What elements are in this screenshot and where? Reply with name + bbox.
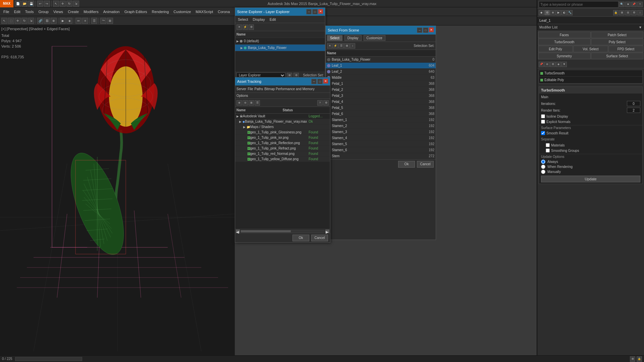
menu-group[interactable]: Group — [36, 9, 51, 14]
rp-make-unique-icon[interactable]: ◈ — [556, 62, 561, 67]
obj-row[interactable]: Stamen_5 192 — [326, 141, 436, 147]
menu-views[interactable]: Views — [51, 9, 65, 14]
tab-customize[interactable]: Customize — [364, 35, 385, 41]
tab-select[interactable]: Select — [327, 35, 342, 41]
obj-row[interactable]: Leaf_1 604 — [326, 63, 436, 69]
faces-button[interactable]: Faces — [538, 32, 591, 38]
toolbar-layers-icon[interactable]: ☰ — [91, 18, 97, 24]
save-icon[interactable]: 💾 — [28, 1, 34, 7]
at-menu-file[interactable]: File — [248, 87, 253, 91]
obj-row[interactable]: Petal_6 368 — [326, 111, 436, 117]
toolbar-material-icon[interactable]: ◈ — [66, 18, 72, 24]
ts-smoothing-groups-checkbox[interactable] — [546, 148, 550, 153]
menu-animation[interactable]: Animation — [101, 9, 122, 14]
sfs-close-button[interactable]: ✕ — [429, 27, 434, 32]
at-cancel-button[interactable]: Cancel — [311, 235, 328, 241]
obj-row[interactable]: Petal_2 368 — [326, 87, 436, 93]
rp-configure-mod-icon[interactable]: ⚙ — [550, 62, 555, 67]
toolbar-select-icon[interactable]: ↖ — [1, 18, 7, 24]
rp-create-icon[interactable]: ◆ — [539, 10, 544, 15]
menu-graph-editors[interactable]: Graph Editors — [122, 9, 149, 14]
se-maximize-button[interactable]: □ — [312, 9, 318, 14]
obj-row[interactable]: Stamen_6 192 — [326, 147, 436, 153]
rp-expand-icon[interactable]: ⊞ — [619, 10, 625, 15]
ts-always-radio[interactable] — [541, 160, 545, 164]
rp-utilities-icon[interactable]: 🔧 — [567, 10, 573, 15]
rp-remove-mod-icon[interactable]: ⊖ — [544, 62, 550, 67]
ts-smooth-result-checkbox[interactable] — [541, 131, 545, 135]
at-add-icon[interactable]: ⊕ — [236, 100, 242, 106]
toolbar-align-icon[interactable]: ≡ — [82, 18, 88, 24]
at-list-icon[interactable]: ☰ — [255, 100, 260, 106]
at-help-icon[interactable]: ? — [317, 100, 323, 106]
at-maximize-button[interactable]: □ — [317, 79, 323, 84]
at-menu-options[interactable]: Options — [236, 94, 248, 98]
new-icon[interactable]: 📄 — [15, 1, 21, 7]
toolbar-scale-icon[interactable]: ⇲ — [28, 18, 34, 24]
asset-row[interactable]: 🖼 geo_1_Tulip_yellow_Diffuse.png Found — [235, 157, 330, 162]
viewport[interactable]: [+] [Perspective] [Shaded + Edged Faces]… — [0, 25, 235, 355]
menu-file[interactable]: File — [1, 9, 11, 14]
sfs-grid-icon[interactable]: ⊞ — [344, 43, 350, 49]
toolbar-render-icon[interactable]: ▶ — [60, 18, 66, 24]
obj-row[interactable]: Petal_1 368 — [326, 81, 436, 87]
at-remove-icon[interactable]: ⊖ — [243, 100, 248, 106]
obj-row[interactable]: Petal_3 368 — [326, 93, 436, 99]
redo-icon[interactable]: ↪ — [44, 1, 50, 7]
sfs-maximize-button[interactable]: □ — [423, 27, 428, 33]
surface-select-button[interactable]: Surface Select — [591, 53, 644, 59]
at-minimize-button[interactable]: ─ — [311, 79, 317, 84]
obj-row[interactable]: Leaf_2 640 — [326, 69, 436, 75]
stack-item-editable-poly[interactable]: Editable Poly — [539, 77, 642, 83]
ts-manually-radio[interactable] — [541, 170, 545, 174]
obj-row[interactable]: Middle 63 — [326, 75, 436, 81]
fpd-select-button[interactable]: FPD Select — [608, 46, 643, 52]
at-scroll-right-icon[interactable]: ▶ — [325, 230, 329, 233]
tab-display[interactable]: Display — [344, 35, 362, 41]
move-icon[interactable]: ✛ — [60, 1, 66, 7]
ts-materials-checkbox[interactable] — [546, 143, 550, 147]
select-icon[interactable]: ↖ — [53, 1, 59, 7]
rp-motion-icon[interactable]: ▶ — [556, 10, 561, 15]
ts-explicit-normals-checkbox[interactable] — [541, 120, 545, 124]
obj-row[interactable]: Stamen_2 192 — [326, 123, 436, 129]
asset-row[interactable]: 🖼 geo_1_Tulip_pink_Refract.png Found — [235, 146, 330, 151]
asset-row[interactable]: ▶ ◆ Banja_Luka_Tulip_Flower_max_vray.max… — [235, 119, 330, 124]
se-close-button[interactable]: ✕ — [318, 9, 323, 14]
symmetry-button[interactable]: Symmetry — [538, 53, 591, 59]
at-menu-paths[interactable]: Paths — [255, 87, 263, 91]
open-icon[interactable]: 📂 — [21, 1, 28, 7]
ts-when-rendering-radio[interactable] — [541, 165, 545, 169]
asset-row[interactable]: 🖼 geo_1_Tulip_pink_Reflection.png Found — [235, 140, 330, 146]
asset-row[interactable]: 🖼 geo_1_Tulip_pink_ior.png Found — [235, 135, 330, 140]
at-scrollbar[interactable]: ◀ ▶ — [235, 229, 330, 233]
sfs-close-x-icon[interactable]: ✕ — [327, 43, 332, 49]
rp-pin-icon[interactable]: 📌 — [631, 2, 637, 7]
toolbar-link-icon[interactable]: 🔗 — [37, 18, 43, 24]
at-settings-icon[interactable]: ⚙ — [323, 100, 329, 106]
patch-select-button[interactable]: Patch Select — [591, 32, 644, 38]
toolbar-bind-icon[interactable]: ⊕ — [51, 18, 57, 24]
rp-collapse-arrow[interactable]: ▼ — [639, 25, 642, 29]
rp-pin-active-icon[interactable]: 📌 — [539, 62, 544, 67]
rp-lock-icon[interactable]: 🔒 — [613, 10, 619, 15]
rp-scroll-icon[interactable]: ↕ — [637, 10, 643, 15]
scale-icon[interactable]: ⇲ — [73, 1, 79, 7]
rp-help-icon[interactable]: ? — [637, 2, 643, 7]
poly-select-button[interactable]: Poly Select — [591, 39, 644, 45]
status-lock-icon[interactable]: 🔒 — [637, 356, 642, 362]
menu-modifiers[interactable]: Modifiers — [82, 9, 101, 14]
rp-collapse-icon[interactable]: ⊟ — [625, 10, 631, 15]
toolbar-curve-icon[interactable]: 〜 — [100, 18, 106, 24]
obj-row[interactable]: Petal_5 368 — [326, 105, 436, 111]
asset-row[interactable]: ▶ 📁 Maps / Shaders — [235, 124, 330, 130]
obj-row[interactable]: Stamen_1 192 — [326, 117, 436, 123]
toolbar-unlink-icon[interactable]: ⛓ — [44, 18, 50, 24]
status-grid-icon[interactable]: ⊞ — [630, 356, 635, 362]
menu-edit[interactable]: Edit — [12, 9, 22, 14]
rp-settings-icon[interactable]: ⚙ — [631, 10, 637, 15]
at-close-button[interactable]: ✕ — [323, 79, 328, 83]
menu-corona[interactable]: Corona — [216, 9, 232, 14]
ts-isoline-checkbox[interactable] — [541, 114, 545, 118]
menu-rendering[interactable]: Rendering — [150, 9, 171, 14]
